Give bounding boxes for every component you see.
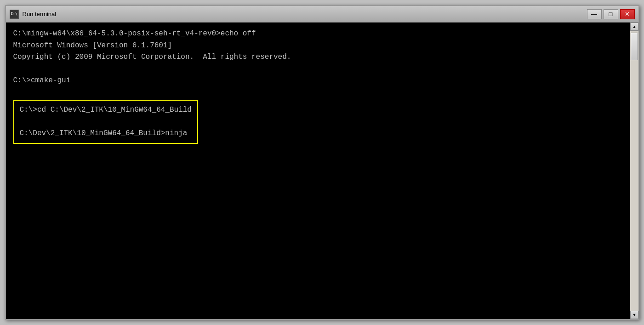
terminal-line-4: [13, 63, 623, 75]
terminal-line-3: Copyright (c) 2009 Microsoft Corporation…: [13, 51, 623, 63]
window-content: C:\mingw-w64\x86_64-5.3.0-posix-seh-rt_v…: [6, 23, 638, 319]
terminal-highlighted-line-1: C:\>cd C:\Dev\2_ITK\10_MinGW64_64_Build: [20, 104, 192, 116]
window-controls: — □ ✕: [587, 9, 635, 19]
scroll-thumb[interactable]: [631, 33, 638, 60]
terminal-line-1: C:\mingw-w64\x86_64-5.3.0-posix-seh-rt_v…: [13, 28, 623, 40]
terminal-window: C:\ Run terminal — □ ✕ C:\mingw-w64\x86_…: [5, 5, 639, 320]
window-title: Run terminal: [23, 11, 587, 17]
terminal-area[interactable]: C:\mingw-w64\x86_64-5.3.0-posix-seh-rt_v…: [6, 23, 630, 319]
terminal-icon: C:\: [10, 10, 19, 19]
terminal-line-5: C:\>cmake-gui: [13, 75, 623, 87]
scroll-down-button[interactable]: ▼: [630, 311, 638, 319]
minimize-button[interactable]: —: [587, 9, 602, 19]
title-bar: C:\ Run terminal — □ ✕: [6, 6, 638, 23]
terminal-highlighted-line-3: C:\Dev\2_ITK\10_MinGW64_64_Build>ninja: [20, 128, 192, 140]
scroll-up-button[interactable]: ▲: [630, 23, 638, 31]
close-button[interactable]: ✕: [620, 9, 635, 19]
terminal-line-6: [13, 87, 623, 99]
highlight-box: C:\>cd C:\Dev\2_ITK\10_MinGW64_64_Build …: [13, 100, 198, 144]
scroll-track[interactable]: [630, 31, 638, 311]
maximize-button[interactable]: □: [604, 9, 618, 19]
scrollbar: ▲ ▼: [630, 23, 638, 319]
terminal-output: C:\mingw-w64\x86_64-5.3.0-posix-seh-rt_v…: [13, 28, 623, 144]
terminal-line-2: Microsoft Windows [Version 6.1.7601]: [13, 40, 623, 52]
terminal-highlighted-line-2: [20, 116, 192, 128]
